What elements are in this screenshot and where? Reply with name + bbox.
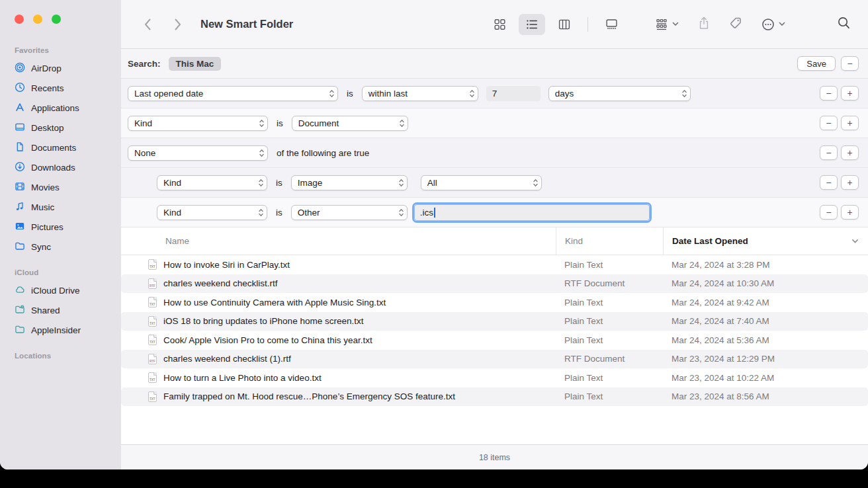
- sidebar-item-label: Music: [31, 202, 54, 212]
- sidebar-item-icloud-drive[interactable]: iCloud Drive: [7, 280, 114, 300]
- column-header-kind[interactable]: Kind: [556, 227, 663, 255]
- attribute-select[interactable]: Kind: [128, 116, 268, 131]
- document-file-icon: RTF: [148, 354, 157, 364]
- file-kind: Plain Text: [556, 298, 663, 307]
- value-input[interactable]: 7: [486, 86, 541, 101]
- file-row[interactable]: TXTHow to invoke Siri in CarPlay.txt Pla…: [121, 255, 868, 274]
- attribute-select[interactable]: Kind: [157, 175, 267, 190]
- sort-chevron-icon: [851, 239, 859, 244]
- file-kind: RTF Document: [556, 354, 663, 364]
- close-window-button[interactable]: [15, 15, 24, 24]
- zoom-window-button[interactable]: [52, 15, 61, 24]
- gallery-view-button[interactable]: [598, 14, 625, 35]
- back-button[interactable]: [141, 17, 154, 32]
- chevron-down-icon: [672, 22, 679, 26]
- operator-select[interactable]: within last: [362, 86, 478, 101]
- columns-icon: [557, 18, 572, 31]
- stepper-icon: [259, 118, 265, 128]
- search-icon: [837, 16, 851, 30]
- unit-select[interactable]: days: [548, 86, 691, 101]
- operator-select[interactable]: Other: [291, 205, 408, 220]
- file-row[interactable]: RTFcharles weekend checklist.rtf RTF Doc…: [121, 274, 868, 294]
- operator-select[interactable]: Document: [292, 116, 408, 131]
- remove-search-button[interactable]: −: [841, 56, 859, 71]
- add-criterion-button[interactable]: +: [841, 86, 859, 101]
- operator-select[interactable]: Image: [291, 175, 408, 190]
- subtype-select[interactable]: All: [421, 175, 542, 190]
- finder-window: Favorites AirDrop Recents Applications D…: [0, 0, 868, 469]
- add-criterion-button[interactable]: +: [841, 116, 859, 130]
- file-row[interactable]: TXTiOS 18 to bring updates to iPhone hom…: [121, 312, 868, 331]
- file-row[interactable]: TXTHow to turn a Live Photo into a video…: [121, 368, 868, 387]
- conjunction-select[interactable]: None: [128, 145, 268, 161]
- empty-list-area: [121, 406, 868, 444]
- remove-criterion-button[interactable]: −: [820, 116, 838, 130]
- document-file-icon: TXT: [148, 316, 157, 327]
- file-row[interactable]: RTFcharles weekend checklist (1).rtf RTF…: [121, 350, 868, 369]
- column-view-button[interactable]: [551, 14, 578, 35]
- list-view-button[interactable]: [519, 14, 545, 35]
- sidebar-item-applications[interactable]: Applications: [7, 98, 114, 118]
- file-name: How to use Continuity Camera with Apple …: [163, 298, 386, 307]
- icon-view-button[interactable]: [487, 14, 513, 35]
- forward-button[interactable]: [171, 17, 185, 32]
- sidebar-item-desktop[interactable]: Desktop: [7, 118, 114, 138]
- criteria-row: Kind is Document −+: [121, 108, 868, 138]
- ellipsis-circle-icon: [761, 17, 775, 32]
- file-row[interactable]: TXTFamily trapped on Mt. Hood rescue…Pho…: [121, 387, 868, 407]
- stepper-icon: [258, 208, 264, 218]
- file-row[interactable]: TXTHow to use Continuity Camera with App…: [121, 293, 868, 312]
- document-file-icon: TXT: [148, 297, 157, 307]
- more-actions-button[interactable]: [761, 17, 785, 32]
- other-kind-text-input[interactable]: .ics: [414, 204, 650, 221]
- stepper-icon: [258, 178, 264, 188]
- sidebar-item-sync[interactable]: Sync: [7, 237, 114, 257]
- sidebar-item-appleinsider[interactable]: AppleInsider: [7, 320, 114, 340]
- window-title: New Smart Folder: [200, 18, 293, 30]
- file-date: Mar 23, 2024 at 10:22 AM: [663, 373, 868, 383]
- tags-button[interactable]: [729, 17, 742, 32]
- relation-label: is: [276, 208, 282, 218]
- remove-criterion-button[interactable]: −: [820, 86, 838, 101]
- sidebar-item-downloads[interactable]: Downloads: [7, 157, 114, 177]
- search-button[interactable]: [837, 16, 851, 32]
- attribute-select[interactable]: Last opened date: [128, 86, 338, 101]
- file-kind: RTF Document: [556, 278, 663, 288]
- remove-criterion-button[interactable]: −: [820, 175, 838, 190]
- sidebar-item-label: Desktop: [31, 123, 64, 133]
- folder-icon: [15, 241, 25, 253]
- column-header-name[interactable]: Name: [121, 227, 556, 255]
- sidebar-item-recents[interactable]: Recents: [7, 78, 114, 98]
- remove-criterion-button[interactable]: −: [820, 205, 838, 220]
- add-criterion-button[interactable]: +: [841, 205, 859, 220]
- file-row[interactable]: TXTCook/ Apple Vision Pro to come to Chi…: [121, 331, 868, 350]
- file-name: How to invoke Siri in CarPlay.txt: [163, 260, 290, 270]
- sidebar-item-documents[interactable]: Documents: [7, 138, 114, 157]
- sidebar-item-shared[interactable]: Shared: [7, 300, 114, 320]
- file-date: Mar 24, 2024 at 10:30 AM: [663, 278, 868, 288]
- sidebar: Favorites AirDrop Recents Applications D…: [0, 0, 121, 469]
- sidebar-item-music[interactable]: Music: [7, 197, 114, 217]
- file-date: Mar 23, 2024 at 8:56 AM: [663, 391, 868, 401]
- file-kind: Plain Text: [556, 316, 663, 326]
- sidebar-item-label: Pictures: [31, 222, 64, 232]
- sidebar-item-movies[interactable]: Movies: [7, 177, 114, 197]
- minimize-window-button[interactable]: [33, 15, 42, 24]
- document-file-icon: TXT: [148, 259, 157, 270]
- sidebar-item-pictures[interactable]: Pictures: [7, 217, 114, 237]
- remove-criterion-button[interactable]: −: [820, 145, 838, 160]
- attribute-select[interactable]: Kind: [157, 205, 267, 220]
- document-file-icon: RTF: [148, 278, 157, 289]
- cloud-icon: [15, 284, 25, 297]
- save-button[interactable]: Save: [797, 56, 836, 71]
- add-criterion-button[interactable]: +: [841, 145, 859, 160]
- sidebar-item-label: Downloads: [31, 163, 75, 173]
- add-criterion-button[interactable]: +: [841, 175, 859, 190]
- column-header-date[interactable]: Date Last Opened: [663, 227, 868, 255]
- scope-this-mac-button[interactable]: This Mac: [169, 57, 222, 71]
- sidebar-item-airdrop[interactable]: AirDrop: [7, 58, 114, 78]
- share-button[interactable]: [697, 16, 711, 33]
- file-date: Mar 23, 2024 at 12:29 PM: [663, 354, 868, 364]
- group-by-button[interactable]: [654, 18, 679, 31]
- file-list: TXTHow to invoke Siri in CarPlay.txt Pla…: [121, 255, 868, 406]
